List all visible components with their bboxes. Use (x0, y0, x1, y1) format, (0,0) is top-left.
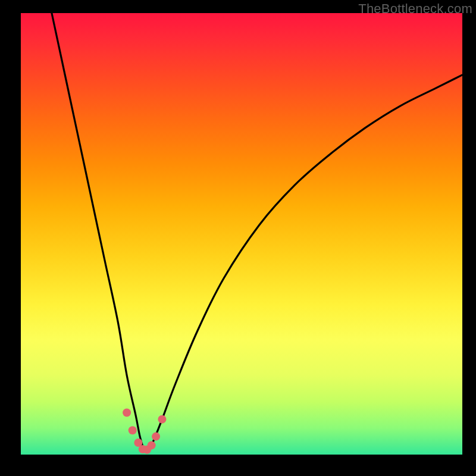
chart-root: TheBottleneck.com (0, 0, 476, 476)
curve-layer (21, 13, 462, 455)
plot-area (21, 13, 462, 455)
curve-marker (152, 433, 160, 441)
bottleneck-curve-path (52, 13, 462, 452)
curve-marker (148, 441, 156, 449)
marker-group (123, 409, 166, 454)
curve-marker (158, 415, 166, 424)
curve-marker (129, 426, 137, 434)
curve-marker (123, 409, 131, 417)
